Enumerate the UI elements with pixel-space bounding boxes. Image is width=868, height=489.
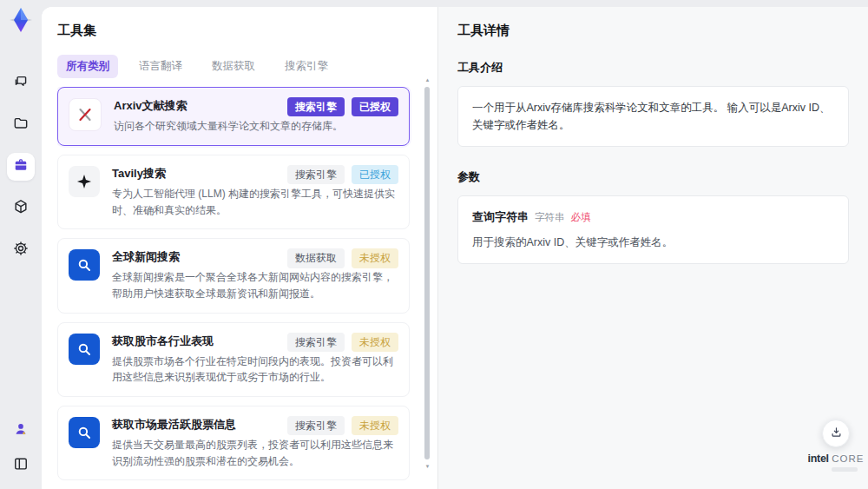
download-icon xyxy=(830,426,843,442)
scroll-down-icon[interactable]: ▼ xyxy=(424,463,431,470)
details-title: 工具详情 xyxy=(457,23,849,39)
briefcase-icon xyxy=(12,156,30,177)
category-badge: 搜索引擎 xyxy=(287,416,345,435)
status-badge: 已授权 xyxy=(352,97,398,116)
tool-card[interactable]: Tavily搜索 专为人工智能代理 (LLM) 构建的搜索引擎工具，可快速提供实… xyxy=(57,155,410,229)
tab-1[interactable]: 语言翻译 xyxy=(130,55,191,78)
tool-desc: 全球新闻搜索是一个聚合全球各大新闻网站内容的搜索引擎，帮助用户快速获取全球最新资… xyxy=(112,269,395,301)
tool-list: Arxiv文献搜索 访问各个研究领域大量科学论文和文章的存储库。 搜索引擎 已授… xyxy=(57,87,422,489)
status-badge: 已授权 xyxy=(352,165,398,184)
tab-3[interactable]: 搜索引擎 xyxy=(276,55,337,78)
gear-icon xyxy=(12,240,30,261)
brand-core-text: CORE xyxy=(832,453,864,464)
tool-intro-card: 一个用于从Arxiv存储库搜索科学论文和文章的工具。 输入可以是Arxiv ID… xyxy=(457,86,849,147)
search-icon xyxy=(69,249,100,281)
sidebar-item-toolbox[interactable] xyxy=(7,153,35,181)
tab-0[interactable]: 所有类别 xyxy=(57,55,118,78)
arxiv-icon xyxy=(69,98,102,131)
cube-icon xyxy=(12,198,30,219)
panel-layout-icon xyxy=(12,455,30,476)
tool-card[interactable]: 获取市场最活跃股票信息 提供当天交易量最高的股票列表，投资者可以利用这些信息来识… xyxy=(57,406,410,480)
page-title: 工具集 xyxy=(57,23,422,39)
sidebar-item-models[interactable] xyxy=(7,195,35,222)
tool-desc: 提供当天交易量最高的股票列表，投资者可以利用这些信息来识别流动性强的股票和潜在的… xyxy=(112,437,395,469)
category-badge: 搜索引擎 xyxy=(287,333,345,352)
category-badge: 搜索引擎 xyxy=(287,97,345,116)
tool-details-panel: 工具详情 工具介绍 一个用于从Arxiv存储库搜索科学论文和文章的工具。 输入可… xyxy=(437,7,868,489)
category-badge: 数据获取 xyxy=(287,248,345,268)
tool-card[interactable]: Arxiv文献搜索 访问各个研究领域大量科学论文和文章的存储库。 搜索引擎 已授… xyxy=(57,87,410,146)
download-button[interactable] xyxy=(822,420,850,447)
tool-desc: 专为人工智能代理 (LLM) 构建的搜索引擎工具，可快速提供实时、准确和真实的结… xyxy=(112,186,395,218)
toolset-panel: 工具集 所有类别语言翻译数据获取搜索引擎 Arxiv文献搜索 访问各个研究领域大… xyxy=(42,7,437,489)
star-icon xyxy=(69,166,100,197)
param-desc: 用于搜索的Arxiv ID、关键字或作者姓名。 xyxy=(472,234,834,251)
intel-core-logo: intel CORE xyxy=(807,453,865,472)
app-sidebar xyxy=(0,0,42,489)
search-icon xyxy=(69,417,100,448)
scrollbar-thumb[interactable] xyxy=(424,87,430,459)
status-badge: 未授权 xyxy=(352,248,398,268)
intro-section-title: 工具介绍 xyxy=(457,60,849,76)
tab-2[interactable]: 数据获取 xyxy=(203,55,264,78)
brand-intel-text: intel xyxy=(808,453,829,465)
chat-icon xyxy=(12,73,30,94)
folder-icon xyxy=(12,115,30,135)
status-badge: 未授权 xyxy=(352,333,398,352)
param-card: 查询字符串 字符串 必填 用于搜索的Arxiv ID、关键字或作者姓名。 xyxy=(457,195,849,264)
params-section-title: 参数 xyxy=(457,169,849,185)
search-icon xyxy=(69,334,100,365)
tool-card[interactable]: 获取股市各行业表现 提供股票市场各个行业在特定时间段内的表现。投资者可以利用这些… xyxy=(57,322,410,397)
param-type: 字符串 xyxy=(535,209,565,225)
param-name: 查询字符串 xyxy=(472,208,529,227)
tool-card[interactable]: 全球新闻搜索 全球新闻搜索是一个聚合全球各大新闻网站内容的搜索引擎，帮助用户快速… xyxy=(57,238,410,313)
list-scrollbar[interactable]: ▲ ▼ xyxy=(424,71,431,484)
scroll-up-icon[interactable]: ▲ xyxy=(424,76,431,83)
tool-desc: 访问各个研究领域大量科学论文和文章的存储库。 xyxy=(114,118,343,135)
sidebar-item-files[interactable] xyxy=(7,111,35,139)
status-badge: 未授权 xyxy=(352,416,398,435)
param-required-badge: 必填 xyxy=(571,209,591,225)
sidebar-item-profile[interactable] xyxy=(8,418,34,444)
param-header: 查询字符串 字符串 必填 xyxy=(472,208,834,227)
sidebar-bottom xyxy=(8,418,34,489)
main-content: 工具集 所有类别语言翻译数据获取搜索引擎 Arxiv文献搜索 访问各个研究领域大… xyxy=(42,7,868,489)
brand-subline xyxy=(832,467,858,472)
category-tabs: 所有类别语言翻译数据获取搜索引擎 xyxy=(57,55,422,78)
tool-desc: 提供股票市场各个行业在特定时间段内的表现。投资者可以利用这些信息来识别表现优于或… xyxy=(112,354,395,386)
category-badge: 搜索引擎 xyxy=(287,165,345,184)
sidebar-item-settings[interactable] xyxy=(7,236,35,264)
user-avatar-icon xyxy=(12,420,30,441)
app-logo-icon[interactable] xyxy=(6,5,36,35)
sidebar-item-chat[interactable] xyxy=(7,69,35,97)
sidebar-item-panel-toggle[interactable] xyxy=(8,453,34,479)
sidebar-nav xyxy=(7,69,35,264)
